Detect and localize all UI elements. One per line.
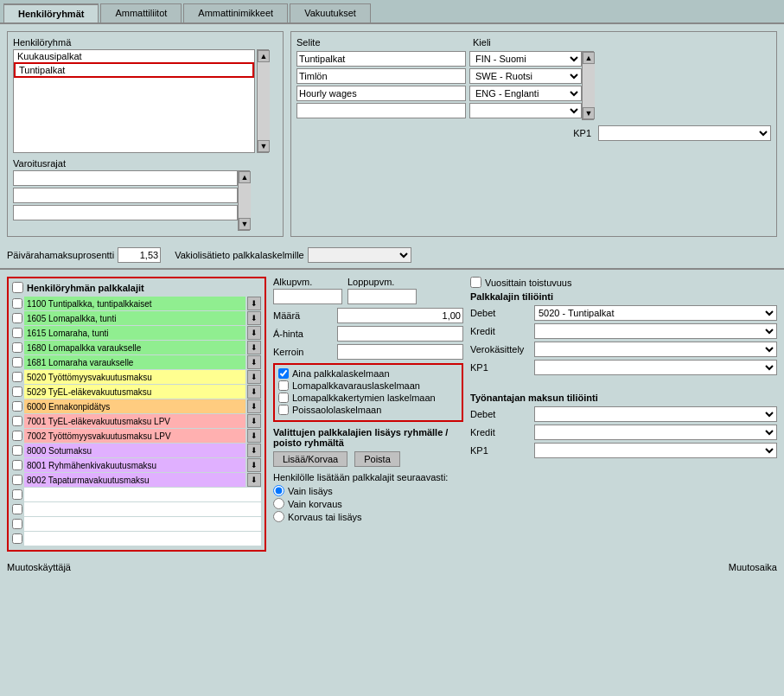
list-item-3[interactable] — [14, 78, 254, 90]
alkupvm-input[interactable] — [273, 289, 342, 304]
list-item-5[interactable] — [14, 102, 254, 114]
palkkalan-tiliinti-section: Palkkalajin tiliöinti Debet 5020 - Tunti… — [470, 291, 777, 375]
check-e4[interactable] — [12, 533, 22, 544]
check-7002[interactable] — [12, 431, 22, 441]
kredit-row: Kredit — [470, 323, 777, 339]
tyonantaja-kp1-select[interactable] — [534, 443, 777, 458]
selite-input-4[interactable] — [296, 103, 466, 118]
palkka-btn-1605[interactable]: ⬇ — [247, 311, 261, 325]
verokasittely-label: Verokäsittely — [470, 344, 531, 354]
check-5029[interactable] — [12, 386, 22, 397]
selite-scroll-up[interactable]: ▲ — [583, 52, 595, 64]
palkka-btn-7002[interactable]: ⬇ — [247, 429, 261, 443]
tab-ammattinimikkeet[interactable]: Ammattinimikkeet — [183, 3, 288, 22]
tyonantaja-debet-select[interactable] — [534, 406, 777, 422]
henkiloryhma-list[interactable]: Kuukausipalkat Tuntipalkat — [13, 49, 255, 153]
kieli-select-4[interactable] — [469, 103, 582, 118]
selite-col-label: Selite — [296, 37, 469, 48]
palkka-btn-8001[interactable]: ⬇ — [247, 458, 261, 472]
tyonantaja-kredit-select[interactable] — [534, 425, 777, 440]
kieli-select-1[interactable]: FIN - Suomi — [469, 51, 582, 67]
scroll-down-btn[interactable]: ▼ — [258, 140, 270, 152]
check-1605[interactable] — [12, 313, 22, 323]
radio-vain-korvaus-input[interactable] — [273, 498, 284, 509]
check-1680[interactable] — [12, 342, 22, 353]
kieli-select-2[interactable]: SWE - Ruotsi — [469, 68, 582, 84]
scroll-up-btn[interactable]: ▲ — [258, 50, 270, 62]
palkka-name-1615: 1615 Lomaraha, tunti — [24, 326, 245, 340]
vuosittain-check[interactable] — [470, 277, 481, 288]
palkka-btn-8000[interactable]: ⬇ — [247, 444, 261, 457]
kp1-label: KP1 — [573, 128, 591, 138]
check-8000[interactable] — [12, 445, 22, 456]
kp1-tiliinti-select[interactable] — [534, 360, 777, 375]
check-7001[interactable] — [12, 416, 22, 426]
kp1-select[interactable] — [598, 125, 771, 141]
radio-korvaus-lisays-input[interactable] — [273, 511, 284, 522]
kieli-select-3[interactable]: ENG - Englanti — [469, 86, 582, 101]
palkka-btn-5029[interactable]: ⬇ — [247, 385, 261, 399]
palkka-btn-1615[interactable]: ⬇ — [247, 326, 261, 340]
varoit-input-3[interactable] — [13, 205, 238, 220]
kerroin-input[interactable] — [337, 344, 463, 360]
varoit-input-1[interactable] — [13, 170, 238, 186]
check-8002[interactable] — [12, 475, 22, 485]
list-item-tuntipalkat[interactable]: Tuntipalkat — [14, 62, 254, 78]
bottom-section: Henkilöryhmän palkkalajit 1100 Tuntipalk… — [0, 273, 784, 555]
check-1681[interactable] — [12, 357, 22, 367]
palkka-btn-7001[interactable]: ⬇ — [247, 414, 261, 428]
selite-input-3[interactable] — [296, 86, 466, 101]
tyonantaja-kredit-label: Kredit — [470, 427, 531, 437]
loppupvm-input[interactable] — [347, 289, 417, 304]
kredit-select[interactable] — [534, 323, 777, 339]
tab-vakuutukset[interactable]: Vakuutukset — [290, 3, 371, 22]
check-poissaolo[interactable] — [278, 405, 289, 415]
check-e3[interactable] — [12, 519, 22, 529]
palkka-name-e4 — [24, 532, 261, 546]
verokasittely-select[interactable] — [534, 342, 777, 357]
palkkalajit-all-check[interactable] — [12, 282, 23, 293]
debet-select[interactable]: 5020 - Tuntipalkat — [534, 305, 777, 321]
check-lomapar[interactable] — [278, 380, 289, 391]
paivarahamaksu-input[interactable] — [118, 247, 161, 263]
palkka-name-6000: 6000 Ennakonpidätys — [24, 399, 245, 413]
kp1-row: KP1 — [296, 125, 771, 141]
check-1100[interactable] — [12, 298, 22, 309]
scroll-track — [258, 62, 270, 140]
palkka-name-8000: 8000 Sotumaksu — [24, 444, 245, 457]
check-aina-label: Aina palkkalaskelmaan — [292, 368, 390, 379]
poista-btn[interactable]: Poista — [354, 451, 400, 467]
tab-henkiloryhmat[interactable]: Henkilöryhmät — [3, 3, 99, 22]
palkka-btn-1681[interactable]: ⬇ — [247, 355, 261, 369]
check-aina[interactable] — [278, 368, 289, 379]
varoit-row-1 — [13, 170, 238, 186]
list-item-4[interactable] — [14, 90, 254, 102]
palkka-btn-6000[interactable]: ⬇ — [247, 399, 261, 413]
selite-input-2[interactable] — [296, 68, 466, 84]
list-item-kuukausipalkat[interactable]: Kuukausipalkat — [14, 50, 254, 62]
check-1615[interactable] — [12, 328, 22, 338]
varoit-input-2[interactable] — [13, 188, 238, 203]
palkka-btn-5020[interactable]: ⬇ — [247, 370, 261, 384]
palkka-btn-8002[interactable]: ⬇ — [247, 473, 261, 487]
varoit-scroll-up[interactable]: ▲ — [239, 171, 251, 183]
ahinta-input[interactable] — [337, 326, 463, 342]
varoit-scroll-down[interactable]: ▼ — [239, 218, 251, 230]
check-e2[interactable] — [12, 504, 22, 514]
palkka-btn-1680[interactable]: ⬇ — [247, 341, 261, 354]
check-5020[interactable] — [12, 372, 22, 382]
check-8001[interactable] — [12, 460, 22, 470]
tab-ammattiliitot[interactable]: Ammattiliitot — [100, 3, 182, 22]
maara-input[interactable] — [337, 308, 463, 323]
kerroin-row: Kerroin — [273, 344, 463, 360]
radio-vain-lisays-input[interactable] — [273, 485, 284, 496]
palkka-btn-1100[interactable]: ⬇ — [247, 297, 261, 310]
selite-input-1[interactable] — [296, 51, 466, 67]
kieli-col-label: Kieli — [473, 37, 594, 48]
check-e1[interactable] — [12, 489, 22, 500]
check-lomakert[interactable] — [278, 393, 289, 403]
vakiolisatieto-select[interactable] — [308, 247, 411, 263]
lisaa-korvaa-btn[interactable]: Lisää/Korvaa — [273, 451, 347, 467]
check-6000[interactable] — [12, 401, 22, 412]
selite-scroll-down[interactable]: ▼ — [583, 107, 595, 119]
